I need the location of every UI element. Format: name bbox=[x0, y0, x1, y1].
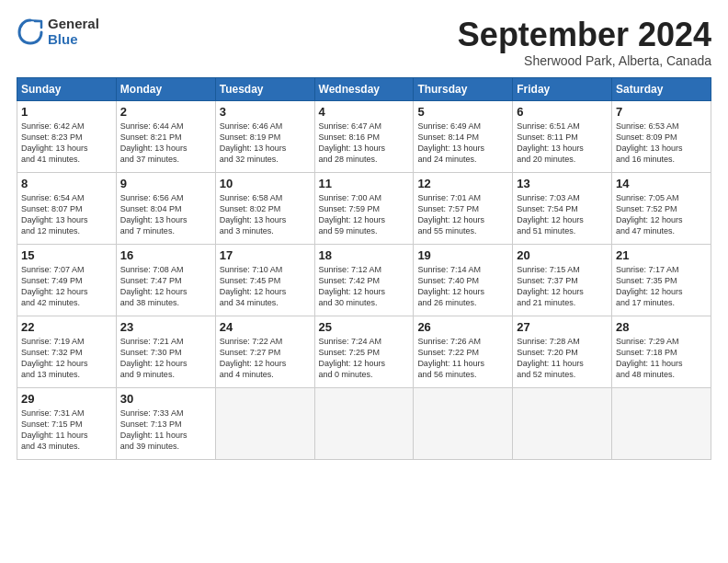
day-number: 18 bbox=[319, 248, 410, 262]
weekday-header-wednesday: Wednesday bbox=[314, 77, 414, 100]
calendar-cell: 7Sunrise: 6:53 AM Sunset: 8:09 PM Daylig… bbox=[612, 100, 711, 172]
day-info: Sunrise: 6:56 AM Sunset: 8:04 PM Dayligh… bbox=[120, 192, 211, 237]
calendar-table: SundayMondayTuesdayWednesdayThursdayFrid… bbox=[17, 77, 711, 460]
header: General Blue September 2024 Sherwood Par… bbox=[17, 17, 711, 68]
day-info: Sunrise: 7:17 AM Sunset: 7:35 PM Dayligh… bbox=[616, 264, 707, 309]
calendar-cell: 28Sunrise: 7:29 AM Sunset: 7:18 PM Dayli… bbox=[612, 316, 711, 387]
month-title: September 2024 bbox=[458, 17, 711, 53]
day-info: Sunrise: 7:15 AM Sunset: 7:37 PM Dayligh… bbox=[517, 264, 608, 309]
calendar-cell: 1Sunrise: 6:42 AM Sunset: 8:23 PM Daylig… bbox=[17, 100, 117, 172]
day-number: 8 bbox=[21, 177, 112, 190]
day-info: Sunrise: 7:28 AM Sunset: 7:20 PM Dayligh… bbox=[517, 336, 608, 381]
day-number: 12 bbox=[417, 177, 508, 190]
day-info: Sunrise: 7:10 AM Sunset: 7:45 PM Dayligh… bbox=[220, 264, 311, 309]
day-info: Sunrise: 6:51 AM Sunset: 8:11 PM Dayligh… bbox=[517, 121, 608, 166]
day-number: 15 bbox=[21, 248, 112, 262]
calendar-cell: 25Sunrise: 7:24 AM Sunset: 7:25 PM Dayli… bbox=[314, 316, 414, 387]
calendar-cell: 16Sunrise: 7:08 AM Sunset: 7:47 PM Dayli… bbox=[116, 244, 215, 316]
day-number: 4 bbox=[319, 105, 410, 119]
day-info: Sunrise: 6:47 AM Sunset: 8:16 PM Dayligh… bbox=[319, 121, 410, 166]
day-number: 30 bbox=[120, 392, 211, 406]
day-number: 1 bbox=[21, 105, 112, 119]
calendar-cell: 8Sunrise: 6:54 AM Sunset: 8:07 PM Daylig… bbox=[17, 172, 117, 244]
calendar-cell: 15Sunrise: 7:07 AM Sunset: 7:49 PM Dayli… bbox=[17, 244, 117, 316]
weekday-header-tuesday: Tuesday bbox=[215, 77, 314, 100]
calendar-cell bbox=[513, 387, 612, 459]
day-number: 2 bbox=[120, 105, 211, 119]
week-row-5: 29Sunrise: 7:31 AM Sunset: 7:15 PM Dayli… bbox=[17, 387, 711, 459]
day-number: 5 bbox=[417, 105, 508, 119]
day-info: Sunrise: 7:31 AM Sunset: 7:15 PM Dayligh… bbox=[21, 408, 112, 453]
day-number: 28 bbox=[616, 320, 707, 334]
day-number: 29 bbox=[21, 392, 112, 406]
day-info: Sunrise: 7:03 AM Sunset: 7:54 PM Dayligh… bbox=[517, 192, 608, 237]
logo-icon bbox=[17, 18, 44, 46]
week-row-1: 1Sunrise: 6:42 AM Sunset: 8:23 PM Daylig… bbox=[17, 100, 711, 172]
location: Sherwood Park, Alberta, Canada bbox=[458, 53, 711, 68]
calendar-cell: 12Sunrise: 7:01 AM Sunset: 7:57 PM Dayli… bbox=[414, 172, 513, 244]
weekday-header-monday: Monday bbox=[116, 77, 215, 100]
day-info: Sunrise: 7:12 AM Sunset: 7:42 PM Dayligh… bbox=[319, 264, 410, 309]
day-info: Sunrise: 7:33 AM Sunset: 7:13 PM Dayligh… bbox=[120, 408, 211, 453]
day-number: 17 bbox=[220, 248, 311, 262]
day-info: Sunrise: 7:22 AM Sunset: 7:27 PM Dayligh… bbox=[220, 336, 311, 381]
calendar-cell: 4Sunrise: 6:47 AM Sunset: 8:16 PM Daylig… bbox=[314, 100, 414, 172]
calendar-cell: 26Sunrise: 7:26 AM Sunset: 7:22 PM Dayli… bbox=[414, 316, 513, 387]
day-info: Sunrise: 7:21 AM Sunset: 7:30 PM Dayligh… bbox=[120, 336, 211, 381]
day-number: 14 bbox=[616, 177, 707, 190]
calendar-cell: 29Sunrise: 7:31 AM Sunset: 7:15 PM Dayli… bbox=[17, 387, 117, 459]
calendar-cell: 30Sunrise: 7:33 AM Sunset: 7:13 PM Dayli… bbox=[116, 387, 215, 459]
weekday-header-sunday: Sunday bbox=[17, 77, 117, 100]
logo: General Blue bbox=[17, 17, 99, 47]
calendar-cell bbox=[414, 387, 513, 459]
week-row-4: 22Sunrise: 7:19 AM Sunset: 7:32 PM Dayli… bbox=[17, 316, 711, 387]
day-info: Sunrise: 6:46 AM Sunset: 8:19 PM Dayligh… bbox=[220, 121, 311, 166]
calendar-cell: 10Sunrise: 6:58 AM Sunset: 8:02 PM Dayli… bbox=[215, 172, 314, 244]
calendar-cell: 13Sunrise: 7:03 AM Sunset: 7:54 PM Dayli… bbox=[513, 172, 612, 244]
day-number: 21 bbox=[616, 248, 707, 262]
day-number: 19 bbox=[417, 248, 508, 262]
calendar-cell: 2Sunrise: 6:44 AM Sunset: 8:21 PM Daylig… bbox=[116, 100, 215, 172]
day-number: 24 bbox=[220, 320, 311, 334]
calendar-cell bbox=[215, 387, 314, 459]
day-number: 23 bbox=[120, 320, 211, 334]
logo-blue-text: Blue bbox=[48, 32, 99, 48]
day-info: Sunrise: 6:54 AM Sunset: 8:07 PM Dayligh… bbox=[21, 192, 112, 237]
day-number: 9 bbox=[120, 177, 211, 190]
day-number: 20 bbox=[517, 248, 608, 262]
day-info: Sunrise: 7:01 AM Sunset: 7:57 PM Dayligh… bbox=[417, 192, 508, 237]
day-number: 7 bbox=[616, 105, 707, 119]
day-info: Sunrise: 7:19 AM Sunset: 7:32 PM Dayligh… bbox=[21, 336, 112, 381]
calendar-cell: 27Sunrise: 7:28 AM Sunset: 7:20 PM Dayli… bbox=[513, 316, 612, 387]
calendar-cell: 24Sunrise: 7:22 AM Sunset: 7:27 PM Dayli… bbox=[215, 316, 314, 387]
day-info: Sunrise: 6:44 AM Sunset: 8:21 PM Dayligh… bbox=[120, 121, 211, 166]
day-info: Sunrise: 6:42 AM Sunset: 8:23 PM Dayligh… bbox=[21, 121, 112, 166]
calendar-cell: 20Sunrise: 7:15 AM Sunset: 7:37 PM Dayli… bbox=[513, 244, 612, 316]
title-block: September 2024 Sherwood Park, Alberta, C… bbox=[458, 17, 711, 68]
day-number: 3 bbox=[220, 105, 311, 119]
day-info: Sunrise: 6:58 AM Sunset: 8:02 PM Dayligh… bbox=[220, 192, 311, 237]
day-info: Sunrise: 7:00 AM Sunset: 7:59 PM Dayligh… bbox=[319, 192, 410, 237]
day-number: 10 bbox=[220, 177, 311, 190]
calendar-cell: 3Sunrise: 6:46 AM Sunset: 8:19 PM Daylig… bbox=[215, 100, 314, 172]
calendar-cell: 14Sunrise: 7:05 AM Sunset: 7:52 PM Dayli… bbox=[612, 172, 711, 244]
calendar-cell: 17Sunrise: 7:10 AM Sunset: 7:45 PM Dayli… bbox=[215, 244, 314, 316]
day-number: 6 bbox=[517, 105, 608, 119]
calendar-cell bbox=[314, 387, 414, 459]
day-number: 16 bbox=[120, 248, 211, 262]
day-info: Sunrise: 7:05 AM Sunset: 7:52 PM Dayligh… bbox=[616, 192, 707, 237]
logo-general-text: General bbox=[48, 17, 99, 32]
calendar-cell: 18Sunrise: 7:12 AM Sunset: 7:42 PM Dayli… bbox=[314, 244, 414, 316]
day-info: Sunrise: 7:14 AM Sunset: 7:40 PM Dayligh… bbox=[417, 264, 508, 309]
calendar-cell: 11Sunrise: 7:00 AM Sunset: 7:59 PM Dayli… bbox=[314, 172, 414, 244]
day-number: 11 bbox=[319, 177, 410, 190]
day-info: Sunrise: 7:29 AM Sunset: 7:18 PM Dayligh… bbox=[616, 336, 707, 381]
day-info: Sunrise: 7:08 AM Sunset: 7:47 PM Dayligh… bbox=[120, 264, 211, 309]
weekday-header-row: SundayMondayTuesdayWednesdayThursdayFrid… bbox=[17, 77, 711, 100]
page: General Blue September 2024 Sherwood Par… bbox=[0, 0, 728, 563]
weekday-header-saturday: Saturday bbox=[612, 77, 711, 100]
calendar-cell: 19Sunrise: 7:14 AM Sunset: 7:40 PM Dayli… bbox=[414, 244, 513, 316]
day-number: 26 bbox=[417, 320, 508, 334]
day-info: Sunrise: 6:53 AM Sunset: 8:09 PM Dayligh… bbox=[616, 121, 707, 166]
week-row-2: 8Sunrise: 6:54 AM Sunset: 8:07 PM Daylig… bbox=[17, 172, 711, 244]
